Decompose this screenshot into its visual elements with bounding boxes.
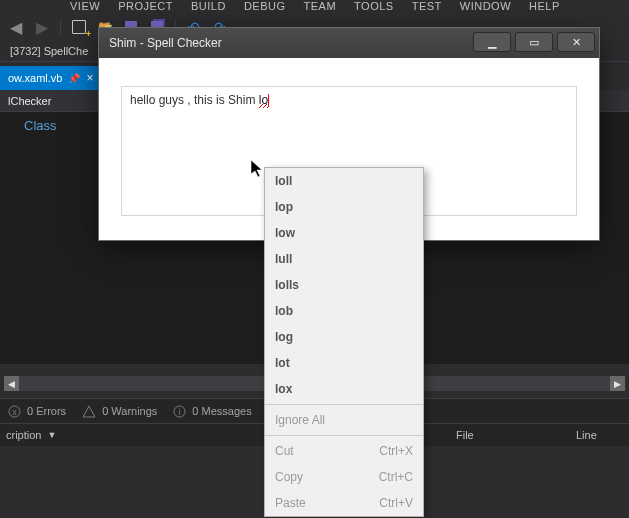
menu-separator [265, 435, 423, 436]
menu-build[interactable]: BUILD [191, 0, 226, 12]
pin-icon[interactable]: 📌 [68, 73, 80, 84]
suggestion-item[interactable]: lox [265, 376, 423, 402]
copy-shortcut: Ctrl+C [379, 470, 413, 484]
suggestion-item[interactable]: lop [265, 194, 423, 220]
suggestion-item[interactable]: loll [265, 168, 423, 194]
window-controls [473, 28, 599, 58]
sort-desc-icon: ▼ [47, 430, 56, 440]
suggestion-item[interactable]: lolls [265, 272, 423, 298]
nav-namespace[interactable]: lChecker [0, 90, 59, 111]
info-icon: i [173, 405, 186, 418]
window-title: Shim - Spell Checker [109, 36, 222, 50]
keyword-class: Class [24, 118, 57, 133]
warning-icon [82, 405, 96, 418]
suggestion-item[interactable]: lot [265, 350, 423, 376]
errors-count: 0 Errors [27, 405, 66, 417]
window-titlebar[interactable]: Shim - Spell Checker [99, 28, 599, 58]
scroll-right-icon[interactable]: ▶ [610, 376, 625, 391]
ignore-all-item[interactable]: Ignore All [265, 407, 423, 433]
warnings-pill[interactable]: 0 Warnings [82, 405, 157, 418]
suggestion-item[interactable]: lull [265, 246, 423, 272]
menu-window[interactable]: WINDOW [460, 0, 511, 12]
menu-help[interactable]: HELP [529, 0, 560, 12]
col-line[interactable]: Line [576, 429, 597, 441]
minimize-button[interactable] [473, 32, 511, 52]
paste-label: Paste [275, 496, 306, 510]
menu-tools[interactable]: TOOLS [354, 0, 394, 12]
nav-fwd-icon[interactable]: ▶ [32, 17, 52, 37]
suggestion-item[interactable]: lob [265, 298, 423, 324]
paste-item[interactable]: Paste Ctrl+V [265, 490, 423, 516]
cut-shortcut: Ctrl+X [379, 444, 413, 458]
nav-back-icon[interactable]: ◀ [6, 17, 26, 37]
messages-count: 0 Messages [192, 405, 251, 417]
menu-team[interactable]: TEAM [304, 0, 337, 12]
close-tab-icon[interactable]: × [86, 71, 93, 85]
spell-context-menu: loll lop low lull lolls lob log lot lox … [264, 167, 424, 517]
svg-marker-2 [83, 406, 95, 417]
menu-debug[interactable]: DEBUG [244, 0, 286, 12]
menu-project[interactable]: PROJECT [118, 0, 173, 12]
menu-separator [265, 404, 423, 405]
document-tab-label: ow.xaml.vb [8, 72, 62, 84]
new-file-icon[interactable] [69, 17, 89, 37]
toolbar-separator [60, 19, 61, 35]
messages-pill[interactable]: i 0 Messages [173, 405, 251, 418]
svg-text:i: i [179, 407, 181, 417]
errors-pill[interactable]: x 0 Errors [8, 405, 66, 418]
menu-test[interactable]: TEST [412, 0, 442, 12]
copy-item[interactable]: Copy Ctrl+C [265, 464, 423, 490]
process-label: [3732] SpellChe [10, 45, 88, 57]
col-description-label: cription [6, 429, 41, 441]
cut-item[interactable]: Cut Ctrl+X [265, 438, 423, 464]
warnings-count: 0 Warnings [102, 405, 157, 417]
cut-label: Cut [275, 444, 294, 458]
typed-text: hello guys , this is Shim [130, 93, 259, 107]
col-file[interactable]: File [456, 429, 556, 441]
svg-text:x: x [12, 407, 17, 417]
copy-label: Copy [275, 470, 303, 484]
paste-shortcut: Ctrl+V [379, 496, 413, 510]
scroll-left-icon[interactable]: ◀ [4, 376, 19, 391]
ide-menu: VIEW PROJECT BUILD DEBUG TEAM TOOLS TEST… [0, 0, 629, 14]
misspelled-word: lo [259, 93, 268, 110]
menu-view[interactable]: VIEW [70, 0, 100, 12]
close-button[interactable] [557, 32, 595, 52]
text-caret [268, 94, 269, 107]
document-tab-active[interactable]: ow.xaml.vb 📌 × [0, 66, 99, 90]
suggestion-item[interactable]: log [265, 324, 423, 350]
suggestion-item[interactable]: low [265, 220, 423, 246]
error-icon: x [8, 405, 21, 418]
maximize-button[interactable] [515, 32, 553, 52]
